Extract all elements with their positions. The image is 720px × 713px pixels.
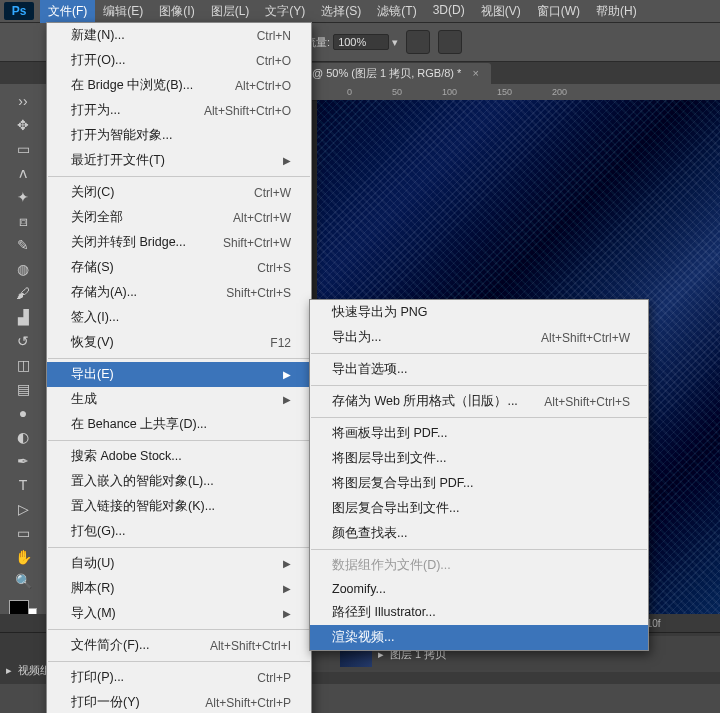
menu-编辑[interactable]: 编辑(E) [95,0,151,23]
export-menu-item-16[interactable]: 渲染视频... [310,625,648,650]
menu-3d[interactable]: 3D(D) [425,0,473,23]
export-menu-item-11[interactable]: 颜色查找表... [310,521,648,546]
eyedropper-tool[interactable]: ✎ [12,234,34,256]
export-menu-item-7[interactable]: 将画板导出到 PDF... [310,421,648,446]
submenu-arrow-icon: ▶ [283,608,291,619]
rectangle-tool[interactable]: ▭ [12,522,34,544]
export-menu-item-8[interactable]: 将图层导出到文件... [310,446,648,471]
file-menu-item-15[interactable]: 导出(E)▶ [47,362,311,387]
menu-帮助[interactable]: 帮助(H) [588,0,645,23]
file-menu-item-3[interactable]: 打开为...Alt+Shift+Ctrl+O [47,98,311,123]
export-menu-item-14[interactable]: Zoomify... [310,578,648,600]
crop-tool[interactable]: ⧈ [12,210,34,232]
dropdown-icon[interactable]: ▾ [392,36,398,49]
menu-shortcut: Shift+Ctrl+W [223,236,291,250]
file-menu-item-25[interactable]: 脚本(R)▶ [47,576,311,601]
path-selection-tool[interactable]: ▷ [12,498,34,520]
export-menu-item-1[interactable]: 导出为...Alt+Shift+Ctrl+W [310,325,648,350]
file-menu-item-2[interactable]: 在 Bridge 中浏览(B)...Alt+Ctrl+O [47,73,311,98]
export-menu-item-0[interactable]: 快速导出为 PNG [310,300,648,325]
menu-shortcut: Ctrl+N [257,29,291,43]
export-submenu: 快速导出为 PNG导出为...Alt+Shift+Ctrl+W导出首选项...存… [309,299,649,651]
menu-图层[interactable]: 图层(L) [203,0,258,23]
file-menu-item-17[interactable]: 在 Behance 上共享(D)... [47,412,311,437]
file-menu-item-12[interactable]: 签入(I)... [47,305,311,330]
file-menu-item-22[interactable]: 打包(G)... [47,519,311,544]
file-menu-item-26[interactable]: 导入(M)▶ [47,601,311,626]
menu-item-label: 签入(I)... [71,309,119,326]
submenu-arrow-icon: ▶ [283,558,291,569]
pressure-size-button[interactable] [438,30,462,54]
zoom-tool[interactable]: 🔍 [12,570,34,592]
flow-input[interactable]: 100% [333,34,389,50]
move-tool[interactable]: ✥ [12,114,34,136]
magic-wand-tool[interactable]: ✦ [12,186,34,208]
file-menu-item-24[interactable]: 自动(U)▶ [47,551,311,576]
export-menu-item-5[interactable]: 存储为 Web 所用格式（旧版）...Alt+Shift+Ctrl+S [310,389,648,414]
chevron-right-icon[interactable]: ▸ [6,664,12,677]
menu-视图[interactable]: 视图(V) [473,0,529,23]
eraser-tool[interactable]: ◫ [12,354,34,376]
airbrush-button[interactable] [406,30,430,54]
tools-panel: ›› ✥▭ʌ✦⧈✎◍🖌▟↺◫▤●◐✒T▷▭✋🔍 [0,84,47,684]
menu-shortcut: Alt+Ctrl+W [233,211,291,225]
file-menu-item-8[interactable]: 关闭全部Alt+Ctrl+W [47,205,311,230]
export-menu-item-9[interactable]: 将图层复合导出到 PDF... [310,471,648,496]
file-menu-item-16[interactable]: 生成▶ [47,387,311,412]
menu-图像[interactable]: 图像(I) [151,0,202,23]
menu-文件[interactable]: 文件(F) [40,0,95,23]
menubar: Ps 文件(F)编辑(E)图像(I)图层(L)文字(Y)选择(S)滤镜(T)3D… [0,0,720,22]
file-menu-item-10[interactable]: 存储(S)Ctrl+S [47,255,311,280]
file-menu-item-4[interactable]: 打开为智能对象... [47,123,311,148]
clone-stamp-tool[interactable]: ▟ [12,306,34,328]
pen-tool[interactable]: ✒ [12,450,34,472]
menu-item-label: 打印(P)... [71,669,124,686]
type-tool[interactable]: T [12,474,34,496]
menu-文字[interactable]: 文字(Y) [257,0,313,23]
menu-separator [48,629,310,630]
menu-item-label: 打开为智能对象... [71,127,172,144]
menu-选择[interactable]: 选择(S) [313,0,369,23]
menu-item-label: 将图层导出到文件... [332,450,446,467]
hand-tool[interactable]: ✋ [12,546,34,568]
healing-brush-tool[interactable]: ◍ [12,258,34,280]
menu-窗口[interactable]: 窗口(W) [529,0,588,23]
menu-item-label: 存储为 Web 所用格式（旧版）... [332,393,518,410]
menu-item-label: 导出为... [332,329,381,346]
menu-shortcut: Alt+Shift+Ctrl+S [544,395,630,409]
file-menu-item-20[interactable]: 置入嵌入的智能对象(L)... [47,469,311,494]
dodge-tool[interactable]: ◐ [12,426,34,448]
export-menu-item-3[interactable]: 导出首选项... [310,357,648,382]
file-menu-item-30[interactable]: 打印(P)...Ctrl+P [47,665,311,690]
menu-滤镜[interactable]: 滤镜(T) [369,0,424,23]
gradient-tool[interactable]: ▤ [12,378,34,400]
file-menu-item-11[interactable]: 存储为(A)...Shift+Ctrl+S [47,280,311,305]
export-menu-item-15[interactable]: 路径到 Illustrator... [310,600,648,625]
file-menu-item-28[interactable]: 文件简介(F)...Alt+Shift+Ctrl+I [47,633,311,658]
file-menu-item-31[interactable]: 打印一份(Y)Alt+Shift+Ctrl+P [47,690,311,713]
menu-item-label: 脚本(R) [71,580,114,597]
lasso-tool[interactable]: ʌ [12,162,34,184]
brush-tool[interactable]: 🖌 [12,282,34,304]
file-menu-item-7[interactable]: 关闭(C)Ctrl+W [47,180,311,205]
history-brush-tool[interactable]: ↺ [12,330,34,352]
file-menu-item-1[interactable]: 打开(O)...Ctrl+O [47,48,311,73]
menu-separator [311,385,647,386]
marquee-tool[interactable]: ▭ [12,138,34,160]
file-menu-item-21[interactable]: 置入链接的智能对象(K)... [47,494,311,519]
menu-item-label: 导入(M) [71,605,116,622]
file-menu-item-5[interactable]: 最近打开文件(T)▶ [47,148,311,173]
file-menu-item-19[interactable]: 搜索 Adobe Stock... [47,444,311,469]
toolbar-grip[interactable]: ›› [3,90,43,112]
document-tab[interactable]: @ 50% (图层 1 拷贝, RGB/8) * × [300,63,491,84]
file-menu-item-13[interactable]: 恢复(V)F12 [47,330,311,355]
blur-tool[interactable]: ● [12,402,34,424]
menu-shortcut: Alt+Shift+Ctrl+W [541,331,630,345]
close-icon[interactable]: × [472,67,478,79]
menu-item-label: 存储(S) [71,259,114,276]
file-menu-item-9[interactable]: 关闭并转到 Bridge...Shift+Ctrl+W [47,230,311,255]
file-menu-item-0[interactable]: 新建(N)...Ctrl+N [47,23,311,48]
menu-item-label: 搜索 Adobe Stock... [71,448,182,465]
export-menu-item-10[interactable]: 图层复合导出到文件... [310,496,648,521]
menu-separator [311,353,647,354]
